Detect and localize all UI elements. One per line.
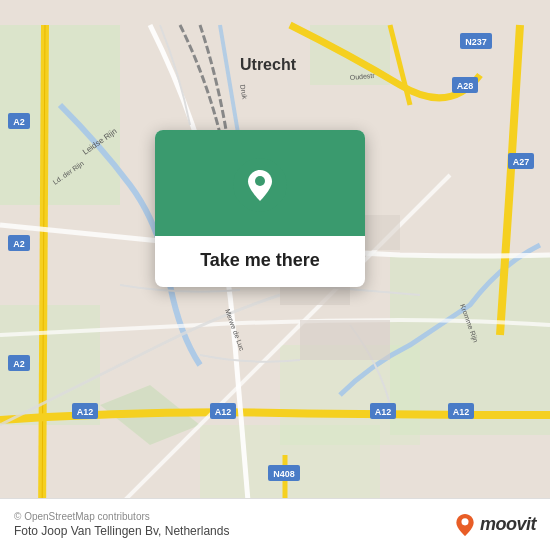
location-name: Foto Joop Van Tellingen Bv, Netherlands xyxy=(14,524,229,538)
svg-text:A2: A2 xyxy=(13,359,25,369)
copyright-text: © OpenStreetMap contributors xyxy=(14,511,229,522)
bottom-bar: © OpenStreetMap contributors Foto Joop V… xyxy=(0,498,550,550)
svg-text:A12: A12 xyxy=(375,407,392,417)
svg-point-41 xyxy=(255,176,265,186)
take-me-there-button[interactable]: Take me there xyxy=(155,236,365,287)
svg-text:A2: A2 xyxy=(13,239,25,249)
svg-text:A27: A27 xyxy=(513,157,530,167)
popup-header xyxy=(155,130,365,236)
svg-text:Utrecht: Utrecht xyxy=(240,56,297,73)
moovit-brand: moovit xyxy=(454,514,536,536)
svg-text:A12: A12 xyxy=(453,407,470,417)
svg-text:N237: N237 xyxy=(465,37,487,47)
popup-card: Take me there xyxy=(155,130,365,287)
location-pin-icon xyxy=(233,158,287,212)
moovit-pin-icon xyxy=(454,514,476,536)
map-container: Utrecht A2 A2 A2 A12 A12 A12 A12 A27 A28… xyxy=(0,0,550,550)
svg-text:A2: A2 xyxy=(13,117,25,127)
svg-text:A12: A12 xyxy=(77,407,94,417)
svg-text:A28: A28 xyxy=(457,81,474,91)
moovit-wordmark: moovit xyxy=(480,514,536,535)
svg-point-42 xyxy=(461,518,468,525)
svg-text:A12: A12 xyxy=(215,407,232,417)
svg-rect-38 xyxy=(300,320,390,360)
svg-text:N408: N408 xyxy=(273,469,295,479)
